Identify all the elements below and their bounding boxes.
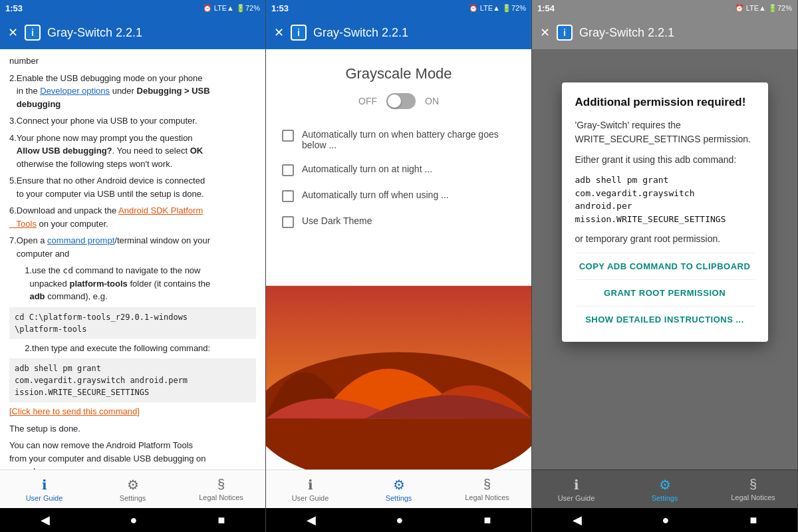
recents-btn-1[interactable]: ■ xyxy=(218,513,225,527)
recents-btn-2[interactable]: ■ xyxy=(484,513,491,527)
nav-legal-3[interactable]: § Legal Notices xyxy=(709,470,797,508)
checkbox-using-input[interactable] xyxy=(282,190,294,202)
nav-user-guide-3[interactable]: ℹ User Guide xyxy=(532,470,620,508)
nav-label-legal-1: Legal Notices xyxy=(199,493,243,501)
app-title-1: Gray-Switch 2.2.1 xyxy=(47,26,142,40)
back-btn-3[interactable]: ◀ xyxy=(573,513,582,527)
nav-label-settings-3: Settings xyxy=(652,494,678,502)
panel3-permission: 1:54 ⏰ LTE▲ 🔋72% ✕ i Gray-Switch 2.2.1 A… xyxy=(532,0,798,532)
lte-icon-3: LTE▲ xyxy=(746,4,766,12)
status-icons-3: ⏰ LTE▲ 🔋72% xyxy=(735,4,792,13)
app-icon-3: i xyxy=(557,25,573,41)
nav-legal-2[interactable]: § Legal Notices xyxy=(443,470,531,508)
toggle-row: OFF ON xyxy=(266,93,531,109)
app-title-3: Gray-Switch 2.2.1 xyxy=(579,26,674,40)
sdk-tools-link[interactable]: Android SDK Platform Tools xyxy=(9,205,203,229)
sys-nav-3: ◀ ● ■ xyxy=(532,508,797,532)
dialog-title: Additional permission required! xyxy=(575,96,755,109)
home-btn-2[interactable]: ● xyxy=(396,513,404,527)
battery-icon-2: 🔋72% xyxy=(502,4,526,13)
dialog-body3: or temporary grant root permission. xyxy=(575,232,755,246)
copy-adb-button[interactable]: COPY ADB COMMAND TO CLIPBOARD xyxy=(575,253,755,279)
guide-click-link[interactable]: [Click here to send this command] xyxy=(9,405,256,418)
time-2: 1:53 xyxy=(271,3,289,13)
checkbox-battery-label: Automatically turn on when battery charg… xyxy=(302,129,515,150)
home-btn-1[interactable]: ● xyxy=(130,513,138,527)
nav-label-settings-1: Settings xyxy=(120,494,146,502)
toggle-off-label: OFF xyxy=(358,96,377,106)
nav-label-guide-1: User Guide xyxy=(26,494,63,502)
bottom-nav-3: ℹ User Guide ⚙ Settings § Legal Notices xyxy=(532,469,797,508)
wallpaper-svg xyxy=(266,235,531,469)
alarm-icon-2: ⏰ xyxy=(469,4,478,13)
close-button-1[interactable]: ✕ xyxy=(8,25,18,40)
show-instructions-button[interactable]: SHOW DETAILED INSTRUCTIONS ... xyxy=(575,306,755,332)
code-cd: cd C:\platform-tools_r29.0.1-windows \pl… xyxy=(9,307,256,339)
sys-nav-2: ◀ ● ■ xyxy=(266,508,531,532)
checkbox-night-input[interactable] xyxy=(282,164,294,176)
guide-text: number 2.Enable the USB debugging mode o… xyxy=(0,49,265,469)
guide-sub1: 1.use the cd command to navigate to the … xyxy=(9,264,256,303)
nav-label-legal-2: Legal Notices xyxy=(465,493,509,501)
nav-settings-1[interactable]: ⚙ Settings xyxy=(88,470,177,508)
bottom-nav-2: ℹ User Guide ⚙ Settings § Legal Notices xyxy=(266,469,531,508)
nav-label-guide-2: User Guide xyxy=(292,494,329,502)
checkbox-dark-theme: Use Dark Theme xyxy=(266,209,531,235)
grayscale-mode-title: Grayscale Mode xyxy=(266,49,531,93)
checkbox-battery: Automatically turn on when battery charg… xyxy=(266,122,531,157)
status-icons-1: ⏰ LTE▲ 🔋72% xyxy=(203,4,260,13)
panel1-user-guide: 1:53 ⏰ LTE▲ 🔋72% ✕ i Gray-Switch 2.2.1 n… xyxy=(0,0,266,532)
section-icon-2: § xyxy=(483,477,491,492)
nav-user-guide-1[interactable]: ℹ User Guide xyxy=(0,470,88,508)
developer-options-link[interactable]: Developer options xyxy=(40,86,110,96)
guide-content-area: number 2.Enable the USB debugging mode o… xyxy=(0,49,265,469)
recents-btn-3[interactable]: ■ xyxy=(750,513,757,527)
toggle-on-label: ON xyxy=(425,96,439,106)
checkbox-using-label: Automatically turn off when using ... xyxy=(302,190,449,200)
guide-step3: 3.Connect your phone via USB to your com… xyxy=(9,114,256,128)
dialog-body2: Either grant it using this adb command: xyxy=(575,153,755,167)
guide-setup-done: The setup is done. xyxy=(9,422,256,436)
nav-settings-2[interactable]: ⚙ Settings xyxy=(354,470,443,508)
checkbox-night-label: Automatically turn on at night ... xyxy=(302,164,432,174)
status-bar-2: 1:53 ⏰ LTE▲ 🔋72% xyxy=(266,0,531,16)
time-1: 1:53 xyxy=(5,3,23,13)
back-btn-1[interactable]: ◀ xyxy=(41,513,50,527)
guide-remove-tools: You can now remove the Android Platform … xyxy=(9,439,256,469)
dialog-overlay: Additional permission required! 'Gray-Sw… xyxy=(532,49,797,469)
bottom-nav-1: ℹ User Guide ⚙ Settings § Legal Notices xyxy=(0,469,265,508)
settings-content-area: Grayscale Mode OFF ON Automatically turn… xyxy=(266,49,531,469)
nav-settings-3[interactable]: ⚙ Settings xyxy=(620,470,709,508)
checkbox-dark-theme-label: Use Dark Theme xyxy=(302,215,372,226)
gear-icon-1: ⚙ xyxy=(127,477,139,493)
nav-user-guide-2[interactable]: ℹ User Guide xyxy=(266,470,354,508)
grant-root-button[interactable]: GRANT ROOT PERMISSION xyxy=(575,279,755,306)
nav-label-legal-3: Legal Notices xyxy=(731,493,775,501)
alarm-icon-1: ⏰ xyxy=(203,4,212,13)
app-icon-1: i xyxy=(25,25,41,41)
home-btn-3[interactable]: ● xyxy=(662,513,670,527)
nav-label-settings-2: Settings xyxy=(386,494,412,502)
guide-step6: 6.Download and unpack the Android SDK Pl… xyxy=(9,204,256,230)
checkbox-battery-input[interactable] xyxy=(282,130,294,142)
nav-label-guide-3: User Guide xyxy=(558,494,595,502)
back-btn-2[interactable]: ◀ xyxy=(307,513,316,527)
battery-icon-1: 🔋72% xyxy=(236,4,260,13)
nav-legal-1[interactable]: § Legal Notices xyxy=(177,470,265,508)
info-icon-2: ℹ xyxy=(308,477,313,493)
checkbox-using: Automatically turn off when using ... xyxy=(266,183,531,209)
status-icons-2: ⏰ LTE▲ 🔋72% xyxy=(469,4,526,13)
close-button-2[interactable]: ✕ xyxy=(274,25,284,40)
section-icon-1: § xyxy=(217,477,225,492)
section-icon-3: § xyxy=(749,477,757,492)
checkbox-dark-theme-input[interactable] xyxy=(282,216,294,228)
gear-icon-2: ⚙ xyxy=(393,477,405,493)
status-bar-3: 1:54 ⏰ LTE▲ 🔋72% xyxy=(532,0,797,16)
app-icon-2: i xyxy=(291,25,307,41)
grayscale-toggle[interactable] xyxy=(386,93,416,109)
close-button-3[interactable]: ✕ xyxy=(540,25,550,40)
cmd-prompt-link[interactable]: command prompt xyxy=(47,235,114,245)
checkbox-night: Automatically turn on at night ... xyxy=(266,157,531,183)
time-3: 1:54 xyxy=(537,3,555,13)
guide-line-number: number xyxy=(9,55,256,68)
